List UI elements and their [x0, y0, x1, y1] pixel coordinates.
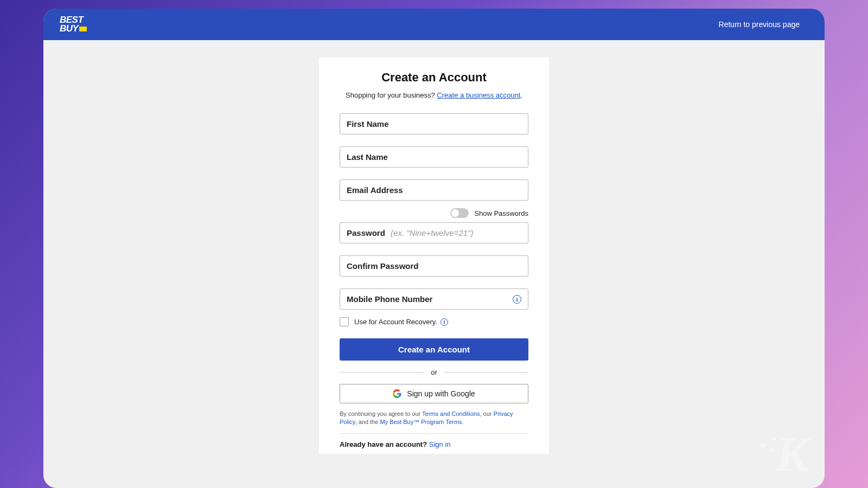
first-name-field[interactable]: First Name: [340, 113, 528, 134]
password-field[interactable]: Password (ex. "Nine+twelve=21"): [340, 222, 528, 243]
recovery-checkbox[interactable]: [340, 317, 349, 326]
main-area: Create an Account Shopping for your busi…: [43, 40, 825, 454]
email-field[interactable]: Email Address: [340, 179, 528, 201]
app-window: BEST BUY Return to previous page Create …: [43, 9, 825, 488]
recovery-label: Use for Account Recovery.: [354, 318, 437, 326]
signup-card: Create an Account Shopping for your busi…: [319, 57, 549, 454]
google-signup-button[interactable]: Sign up with Google: [340, 384, 528, 403]
recovery-label-wrap: Use for Account Recovery. i: [354, 318, 448, 326]
subtitle-suffix: .: [520, 91, 522, 99]
logo-line2: BUY: [60, 24, 87, 33]
subtitle: Shopping for your business? Create a bus…: [340, 91, 528, 99]
already-have-account: Already have an account? Sign in: [340, 440, 528, 448]
mobile-phone-label: Mobile Phone Number: [347, 294, 432, 304]
password-hint: (ex. "Nine+twelve=21"): [391, 228, 473, 237]
create-account-button[interactable]: Create an Account: [340, 338, 528, 361]
google-button-label: Sign up with Google: [407, 389, 475, 398]
page-title: Create an Account: [340, 70, 528, 85]
logo-tag-icon: [79, 27, 87, 31]
already-text: Already have an account?: [340, 440, 429, 448]
confirm-password-field[interactable]: Confirm Password: [340, 255, 528, 277]
mobile-phone-field[interactable]: Mobile Phone Number i: [340, 288, 528, 310]
return-link[interactable]: Return to previous page: [719, 20, 800, 29]
fineprint: By continuing you agree to our Terms and…: [340, 410, 528, 427]
program-terms-link[interactable]: My Best Buy™ Program Terms: [380, 419, 462, 425]
bestbuy-logo: BEST BUY: [60, 16, 87, 33]
separator: [340, 433, 528, 434]
recovery-row: Use for Account Recovery. i: [340, 317, 528, 326]
last-name-label: Last Name: [347, 152, 388, 162]
first-name-label: First Name: [347, 119, 389, 129]
confirm-password-label: Confirm Password: [347, 261, 419, 271]
password-label: Password: [347, 228, 385, 237]
info-icon[interactable]: i: [513, 295, 521, 304]
show-passwords-toggle[interactable]: [450, 208, 469, 218]
or-label: or: [431, 368, 437, 376]
show-passwords-row: Show Passwords: [340, 208, 528, 218]
divider-line: [340, 372, 424, 373]
show-passwords-label: Show Passwords: [474, 209, 528, 217]
business-account-link[interactable]: Create a business account: [437, 91, 520, 99]
email-label: Email Address: [347, 185, 403, 195]
sign-in-link[interactable]: Sign in: [429, 440, 451, 448]
terms-link[interactable]: Terms and Conditions: [422, 410, 480, 417]
subtitle-prefix: Shopping for your business?: [346, 91, 437, 99]
info-icon[interactable]: i: [441, 318, 448, 326]
google-icon: [393, 389, 401, 398]
header: BEST BUY Return to previous page: [43, 9, 825, 40]
divider-line: [444, 372, 528, 373]
last-name-field[interactable]: Last Name: [340, 146, 528, 168]
or-divider: or: [340, 368, 528, 376]
